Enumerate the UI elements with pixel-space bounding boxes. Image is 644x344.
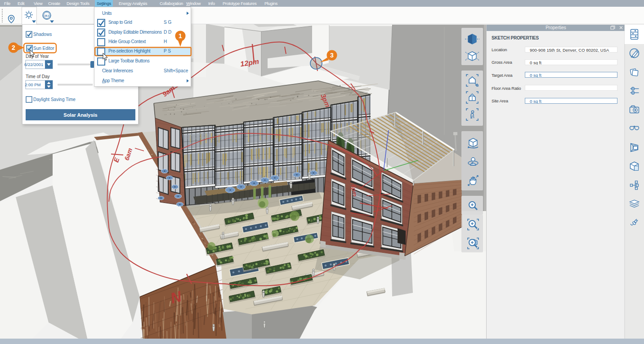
svg-text:2:00 PM: 2:00 PM [25,82,40,87]
svg-text:19.1: 19.1 [45,14,49,17]
svg-text:6/22/2001: 6/22/2001 [24,62,43,67]
svg-text:Solar Analysis: Solar Analysis [63,112,97,118]
